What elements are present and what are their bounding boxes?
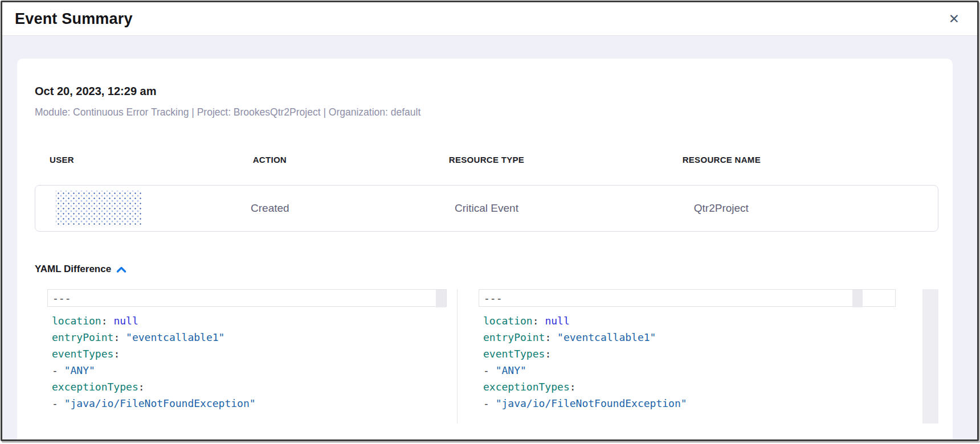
scrollbar-track[interactable] [922,289,938,424]
yaml-line: entryPoint: "eventcallable1" [52,329,457,346]
user-cell [35,191,162,226]
redacted-user-pattern-icon [56,191,141,226]
yaml-line: exceptionTypes: [52,379,457,395]
table-row: Created Critical Event Qtr2Project [35,185,938,232]
event-timestamp: Oct 20, 2023, 12:29 am [35,85,938,98]
event-card: Oct 20, 2023, 12:29 am Module: Continuou… [17,59,953,439]
column-header-action: ACTION [161,155,378,165]
yaml-line: - "java/io/FileNotFoundException" [52,395,457,412]
yaml-diff-pane-right[interactable]: --- location: nullentryPoint: "eventcall… [458,289,938,424]
yaml-line: - "ANY" [52,362,457,379]
yaml-line: - "ANY" [483,362,938,379]
action-cell: Created [162,202,378,215]
event-meta: Module: Continuous Error Tracking | Proj… [35,106,938,118]
column-header-resource-name: RESOURCE NAME [595,155,848,165]
close-icon[interactable]: ✕ [945,10,963,28]
yaml-line: location: null [52,313,457,329]
yaml-line: entryPoint: "eventcallable1" [483,329,938,346]
yaml-difference-toggle[interactable]: YAML Difference [35,264,126,275]
modal-body: Oct 20, 2023, 12:29 am Module: Continuou… [2,36,977,439]
column-header-resource-type: RESOURCE TYPE [378,155,595,165]
event-summary-modal: Event Summary ✕ Oct 20, 2023, 12:29 am M… [1,1,979,441]
yaml-difference-label: YAML Difference [35,264,111,275]
yaml-doc-marker-row: --- [479,289,896,307]
yaml-diff-viewer: --- location: nullentryPoint: "eventcall… [44,289,938,424]
modal-header: Event Summary ✕ [2,2,977,36]
yaml-doc-marker-row: --- [47,289,447,307]
yaml-doc-marker: --- [484,292,503,304]
scrollbar-corner [852,290,863,307]
table-header-row: USER ACTION RESOURCE TYPE RESOURCE NAME [35,155,938,165]
yaml-code-left: location: nullentryPoint: "eventcallable… [47,307,457,412]
yaml-line: - "java/io/FileNotFoundException" [483,395,938,412]
yaml-line: eventTypes: [52,346,457,362]
yaml-diff-pane-left[interactable]: --- location: nullentryPoint: "eventcall… [44,289,458,424]
resource-type-cell: Critical Event [378,202,595,215]
chevron-up-icon [116,266,126,273]
yaml-line: location: null [483,313,938,329]
scrollbar-corner [436,290,446,307]
column-header-user: USER [35,155,161,165]
modal-title: Event Summary [15,10,133,28]
resource-name-cell: Qtr2Project [595,202,848,215]
yaml-line: exceptionTypes: [483,379,938,395]
yaml-code-right: location: nullentryPoint: "eventcallable… [479,307,938,412]
yaml-line: eventTypes: [483,346,938,362]
yaml-doc-marker: --- [52,292,71,304]
